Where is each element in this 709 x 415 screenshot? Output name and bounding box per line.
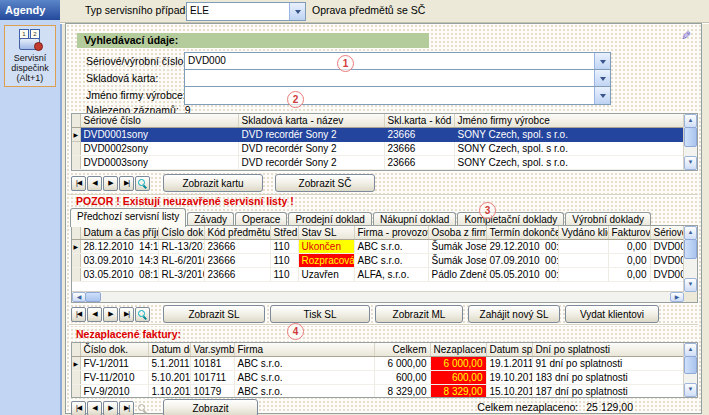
nav-first-button[interactable]: |◀ [71,176,86,191]
nav-first-button[interactable]: |◀ [71,401,86,415]
table-row[interactable]: FV-11/20105.10.2010101711ABC s.r.o.600,0… [72,371,684,385]
start-new-sl-button[interactable]: Zahájit nový SL [468,305,560,323]
table-cell: 15.10.2010 [486,385,532,399]
main-panel: Vyhledávací údaje: ✎ Sériové/výrobní čís… [65,23,702,414]
scroll-up-icon[interactable] [684,343,697,357]
show-invoice-button[interactable]: Zobrazit [163,399,258,415]
search-group-title: Vyhledávací údaje: [77,33,429,48]
table-cell: SONY Czech, spol. s r.o. [454,156,684,170]
vertical-scrollbar[interactable] [683,343,697,397]
column-header[interactable]: Osoba z firmy [428,226,486,240]
table-row[interactable]: 03.05.2010 08:16RL-3/201023666110Uzavřen… [72,268,684,282]
scrollbar-thumb[interactable] [85,292,101,302]
table-row[interactable]: DVD0003sonyDVD recordér Sony 223666SONY … [72,156,684,170]
nav-next-button[interactable]: ▶ [103,401,118,415]
table-row[interactable]: 03.09.2010 14:31RL-6/201023666110Rozprac… [72,254,684,268]
table-cell: DVD recordér Sony 2 [238,142,384,156]
scrollbar-thumb[interactable] [684,356,697,374]
chevron-down-icon[interactable] [289,3,305,20]
scroll-down-icon[interactable] [684,278,697,292]
column-header[interactable]: Sériové číslo [80,114,238,128]
nav-last-button[interactable]: ▶| [119,307,134,322]
column-header[interactable]: Termín dokončení [486,226,558,240]
stock-card-label: Skladová karta: [86,72,158,87]
column-header[interactable]: Datum spl. [486,343,532,357]
case-type-combobox[interactable]: ELE [186,2,306,21]
column-header[interactable]: Datum a čas příjmu [80,226,158,240]
table-cell: 0,00 [608,254,650,268]
column-header[interactable]: Číslo dok. [80,343,148,357]
column-header[interactable]: Datum dok. [148,343,190,357]
table-cell: 110 [270,254,298,268]
chevron-down-icon[interactable] [594,53,610,70]
chevron-down-icon[interactable] [594,87,610,104]
horizontal-scrollbar[interactable] [72,291,684,302]
table-cell: 6 000,00 [374,357,430,371]
table-row[interactable]: DVD0002sonyDVD recordér Sony 223666SONY … [72,142,684,156]
service-nav-toolbar: |◀ ◀ ▶ ▶| Zobrazit SL Tisk SL Zobrazit M… [71,305,659,323]
scrollbar-thumb[interactable] [684,127,697,147]
print-sl-button[interactable]: Tisk SL [270,305,370,323]
sidebar-item-servisni-dispecink[interactable]: 12 Servisní dispečink (Alt+1) [4,25,56,87]
column-header[interactable]: Sériové číslo [650,226,684,240]
column-header[interactable]: Fakturováno [608,226,650,240]
column-header[interactable]: Stav SL [298,226,354,240]
column-header[interactable]: Vydáno klientovi dn [558,226,608,240]
column-header[interactable]: Dní po splatnosti [532,343,684,357]
nav-last-button[interactable]: ▶| [119,401,134,415]
table-cell: 600,00 [374,371,430,385]
nav-prev-button[interactable]: ◀ [87,307,102,322]
scroll-up-icon[interactable] [684,226,697,240]
column-header[interactable]: Kód předmětu (pův.) [204,226,270,240]
nav-first-button[interactable]: |◀ [71,307,86,322]
edit-pencil-icon[interactable]: ✎ [678,29,694,45]
show-ml-button[interactable]: Zobrazit ML [375,305,463,323]
vertical-scrollbar[interactable] [683,114,697,170]
search-button-disabled [135,401,150,415]
table-row[interactable]: ▶DVD0001sonyDVD recordér Sony 223666SONY… [72,128,684,142]
show-sl-button[interactable]: Zobrazit SL [163,305,265,323]
table-cell: ALFA, s.r.o. [354,268,428,282]
table-cell: 5.1.2011 [148,357,190,371]
scroll-down-icon[interactable] [684,383,697,397]
nav-prev-button[interactable]: ◀ [87,176,102,191]
tab-predchozi-servisni-listy[interactable]: Předchozí servisní listy [70,208,186,227]
scroll-down-icon[interactable] [684,156,697,170]
table-cell: DVD0001son [650,254,684,268]
column-header[interactable]: Firma - provozovatel [354,226,428,240]
search-button[interactable] [135,176,150,191]
service-sheets-table: Datum a čas příjmuČíslo dok.Kód předmětu… [71,225,698,303]
nav-next-button[interactable]: ▶ [103,307,118,322]
scroll-right-icon[interactable] [670,292,684,302]
table-cell: 5.10.2010 [148,371,190,385]
scrollbar-thumb[interactable] [684,239,697,259]
column-header[interactable]: Skladová karta - název [238,114,384,128]
table-cell: SONY Czech, spol. s r.o. [454,128,684,142]
row-selector-gutter [72,156,80,170]
table-row[interactable]: ▶28.12.2010 14:15RL-13/201023666110Ukonč… [72,240,684,254]
issue-to-client-button[interactable]: Vydat klientovi [565,305,659,323]
nav-next-button[interactable]: ▶ [103,176,118,191]
manufacturer-combobox[interactable] [184,86,611,105]
column-header[interactable]: Var.symbol [190,343,234,357]
scroll-left-icon[interactable] [72,292,86,302]
vertical-scrollbar[interactable] [683,226,697,292]
column-header[interactable]: Firma [234,343,374,357]
scroll-up-icon[interactable] [684,114,697,128]
column-header[interactable]: Číslo dok. [158,226,204,240]
table-row[interactable]: FV-9/20101.10.201010179ABC s.r.o.8 329,0… [72,385,684,399]
column-header[interactable]: Celkem [374,343,430,357]
column-header[interactable]: Skl.karta - kód [384,114,454,128]
case-type-value: ELE [187,3,305,16]
show-serial-button[interactable]: Zobrazit SČ [275,174,375,192]
nav-prev-button[interactable]: ◀ [87,401,102,415]
column-header[interactable]: Jméno firmy výrobce [454,114,684,128]
table-row[interactable]: ▶FV-1/20115.1.201110181ABC s.r.o.6 000,0… [72,357,684,371]
table-cell: 110 [270,268,298,282]
chevron-down-icon[interactable] [594,70,610,87]
search-button[interactable] [135,307,150,322]
column-header[interactable]: Střed. [270,226,298,240]
nav-last-button[interactable]: ▶| [119,176,134,191]
column-header[interactable]: Nezaplaceno [430,343,486,357]
show-card-button[interactable]: Zobrazit kartu [163,174,263,192]
